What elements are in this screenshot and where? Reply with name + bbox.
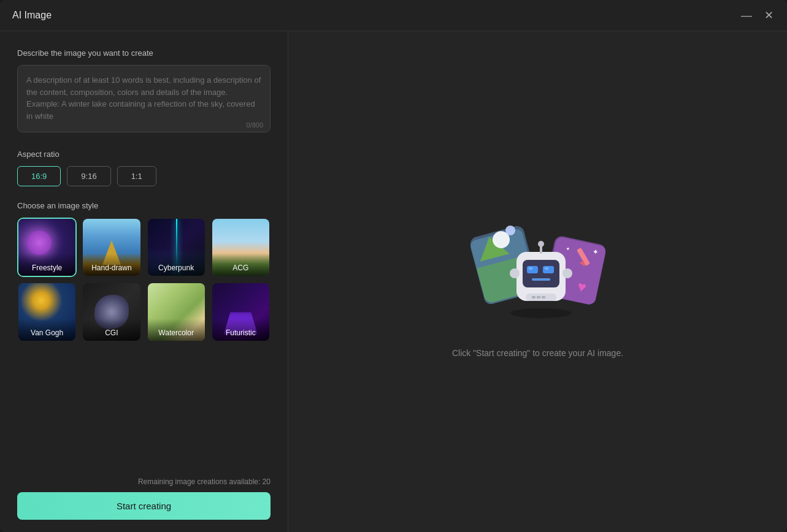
style-acg-label: ACG — [212, 254, 269, 276]
svg-point-12 — [505, 226, 515, 235]
style-freestyle[interactable]: Freestyle — [17, 218, 77, 277]
style-hand-drawn[interactable]: Hand-drawn — [82, 218, 141, 277]
style-handdrawn-label: Hand-drawn — [83, 254, 140, 276]
window-controls: — ✕ — [740, 9, 775, 22]
svg-point-23 — [562, 268, 572, 278]
remaining-text: Remaining image creations available: 20 — [17, 477, 271, 486]
style-acg[interactable]: ACG — [211, 218, 271, 277]
svg-rect-26 — [526, 294, 556, 301]
window-title: AI Image — [12, 10, 52, 21]
style-section: Choose an image style Freestyle Hand-dra… — [17, 201, 271, 342]
svg-rect-28 — [537, 296, 540, 298]
style-freestyle-label: Freestyle — [18, 254, 75, 276]
style-watercolor-label: Watercolor — [148, 319, 205, 341]
minimize-button[interactable]: — — [740, 9, 753, 22]
describe-label: Describe the image you want to create — [17, 48, 271, 58]
style-futuristic[interactable]: Futuristic — [211, 282, 271, 341]
ai-illustration: ♥ ✦ ✦ — [458, 206, 618, 329]
style-cgi-label: CGI — [83, 319, 140, 341]
aspect-ratio-section: Aspect ratio 16:9 9:16 1:1 — [17, 150, 271, 186]
style-cyberpunk[interactable]: Cyberpunk — [147, 218, 206, 277]
svg-point-22 — [510, 268, 520, 278]
app-window: AI Image — ✕ Describe the image you want… — [0, 0, 787, 532]
svg-rect-18 — [543, 266, 554, 273]
style-cgi[interactable]: CGI — [82, 282, 141, 341]
style-vangogh-label: Van Gogh — [18, 319, 75, 341]
svg-rect-29 — [542, 296, 545, 298]
style-grid: Freestyle Hand-drawn Cyberpunk — [17, 218, 271, 342]
svg-point-30 — [510, 308, 572, 318]
svg-rect-20 — [545, 267, 548, 270]
svg-point-25 — [538, 241, 544, 247]
aspect-label: Aspect ratio — [17, 150, 271, 159]
content-area: Describe the image you want to create 0/… — [0, 31, 787, 532]
svg-rect-21 — [532, 278, 550, 281]
description-input[interactable] — [17, 65, 271, 132]
style-label: Choose an image style — [17, 201, 271, 210]
aspect-9-16[interactable]: 9:16 — [67, 166, 110, 186]
svg-rect-27 — [532, 296, 536, 298]
svg-rect-19 — [529, 267, 532, 270]
aspect-buttons: 16:9 9:16 1:1 — [17, 166, 271, 186]
svg-rect-17 — [527, 266, 538, 273]
style-van-gogh[interactable]: Van Gogh — [17, 282, 77, 341]
left-panel: Describe the image you want to create 0/… — [0, 31, 288, 532]
start-creating-button[interactable]: Start creating — [17, 492, 271, 520]
svg-rect-16 — [523, 260, 559, 287]
aspect-16-9[interactable]: 16:9 — [17, 166, 61, 186]
textarea-wrapper: 0/800 — [17, 65, 271, 135]
aspect-1-1[interactable]: 1:1 — [117, 166, 156, 186]
style-futuristic-label: Futuristic — [212, 319, 269, 341]
close-button[interactable]: ✕ — [763, 9, 775, 22]
title-bar: AI Image — ✕ — [0, 0, 787, 31]
placeholder-text: Click "Start creating" to create your AI… — [452, 348, 623, 358]
char-count: 0/800 — [246, 121, 263, 129]
style-cyberpunk-label: Cyberpunk — [148, 254, 205, 276]
right-panel: ♥ ✦ ✦ — [288, 31, 787, 532]
style-watercolor[interactable]: Watercolor — [147, 282, 206, 341]
